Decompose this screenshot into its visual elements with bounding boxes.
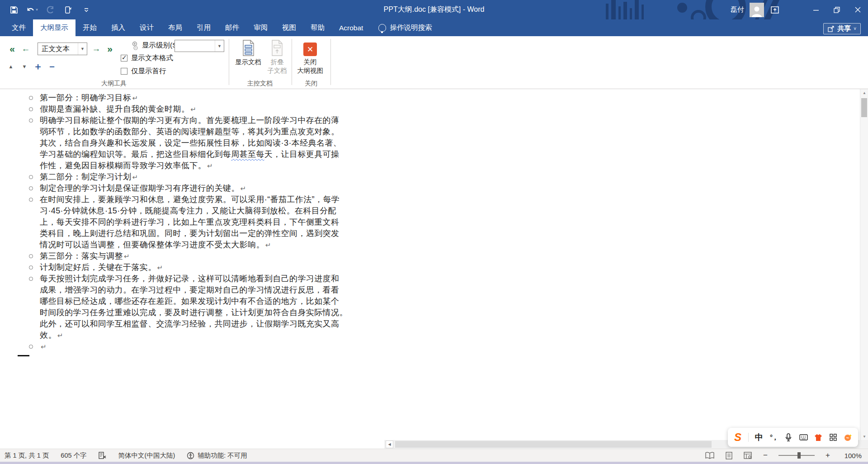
outline-bullet-icon[interactable]	[29, 118, 33, 123]
zoom-in-button[interactable]: +	[825, 451, 831, 460]
ime-emoji-icon[interactable]	[844, 432, 853, 443]
vertical-scrollbar-thumb[interactable]	[861, 98, 867, 117]
outline-text-line[interactable]: 明确学习目标能让整个假期的学习更有方向。首先要梳理上一阶段学习中存在的薄	[40, 115, 341, 126]
minimize-button[interactable]	[806, 0, 826, 19]
restore-button[interactable]	[826, 0, 847, 19]
tab-审阅[interactable]: 审阅	[246, 19, 275, 36]
outline-text-line[interactable]: 时间段的学习任务过重难以完成，要及时进行调整，让计划更加符合自身实际情况。	[40, 307, 348, 318]
outline-bullet-icon[interactable]	[29, 277, 33, 281]
checkbox-checked-icon[interactable]	[121, 55, 127, 62]
zoom-slider-thumb[interactable]	[797, 452, 801, 459]
outline-bullet-icon[interactable]	[29, 186, 33, 190]
sogou-logo-icon[interactable]: S	[733, 432, 742, 443]
zoom-slider[interactable]	[778, 455, 815, 456]
scroll-down-icon[interactable]: ▼	[860, 433, 868, 440]
ime-punctuation-icon[interactable]: °，	[769, 432, 778, 443]
outline-text-line[interactable]: 第一部分：明确学习目标↵	[40, 92, 138, 104]
page-indicator[interactable]: 第 1 页, 共 1 页	[5, 451, 49, 460]
outline-text-line[interactable]: 效。↵	[40, 330, 348, 341]
tab-开始[interactable]: 开始	[75, 19, 104, 36]
outline-bullet-icon[interactable]	[29, 254, 33, 258]
tab-插入[interactable]: 插入	[104, 19, 132, 36]
show-level-combobox[interactable]: ▼	[175, 40, 224, 52]
outline-text-line[interactable]: 第二部分：制定学习计划↵	[40, 171, 138, 183]
zoom-out-button[interactable]: −	[762, 451, 769, 460]
tab-Acrobat[interactable]: Acrobat	[332, 19, 370, 36]
outline-bullet-icon[interactable]	[29, 175, 33, 179]
demote-button[interactable]: →	[90, 43, 102, 55]
tab-视图[interactable]: 视图	[275, 19, 303, 36]
outline-bullet-icon[interactable]	[29, 345, 33, 349]
tab-邮件[interactable]: 邮件	[218, 19, 246, 36]
chevron-down-icon[interactable]: ▼	[215, 40, 224, 52]
ime-chinese-mode-icon[interactable]: 中	[755, 432, 764, 443]
scroll-up-icon[interactable]: ▲	[860, 89, 868, 96]
ime-skin-icon[interactable]	[814, 432, 823, 443]
read-mode-icon[interactable]	[705, 451, 714, 459]
web-layout-icon[interactable]	[743, 451, 752, 459]
outline-text-line[interactable]: 作性，避免因目标模糊而导致学习效率低下。↵	[40, 160, 341, 171]
outline-text-line[interactable]: 情况时可以适当调整，但要确保整体学习进度不受太大影响。↵	[40, 239, 340, 251]
outline-text-line[interactable]: 习·45·分钟就休息·15·分钟，既能提高专注力，又能让大脑得到放松。在科目分配	[40, 205, 340, 217]
outline-bullet-icon[interactable]	[29, 265, 33, 270]
close-outline-view-button[interactable]: ✕ 关闭 大纲视图	[294, 39, 326, 75]
outline-text-line[interactable]: 计划制定好后，关键在于落实。↵	[40, 262, 163, 273]
outline-bullet-icon[interactable]	[29, 96, 33, 100]
move-down-button[interactable]: ▼	[19, 62, 30, 71]
outline-level-value: 正文文本	[38, 44, 78, 54]
share-button[interactable]: 共享 ˅	[823, 23, 861, 34]
chevron-down-icon[interactable]: ▼	[78, 43, 87, 55]
ime-soft-keyboard-icon[interactable]	[799, 432, 808, 443]
print-layout-icon[interactable]	[724, 451, 733, 459]
tab-文件[interactable]: 文件	[5, 19, 33, 36]
tab-帮助[interactable]: 帮助	[303, 19, 332, 36]
language-indicator[interactable]: 简体中文(中国大陆)	[118, 451, 175, 460]
outline-text-line[interactable]: 在时间安排上，要兼顾学习和休息，避免过度劳累。可以采用·“番茄工作法”，每学	[40, 194, 340, 205]
word-count[interactable]: 605 个字	[61, 451, 86, 460]
outline-text-line[interactable]: 每天按照计划完成学习任务，并做好记录，这样可以清晰地看到自己的学习进度和	[40, 273, 348, 284]
outline-text-line[interactable]: 哪些目标已经达成，哪些还存在差距。如果发现计划中有不合适的地方，比如某个	[40, 296, 348, 307]
document-canvas[interactable]: 第一部分：明确学习目标↵假期是查漏补缺、提升自我的黄金时期。↵明确学习目标能让整…	[0, 89, 860, 440]
outline-text-line[interactable]: 此外，还可以和同学互相监督、交流学习经验，共同进步，让假期学习既充实又高	[40, 318, 348, 330]
accessibility-status[interactable]: 辅助功能: 不可用	[187, 451, 247, 460]
outline-text-line[interactable]: 假期是查漏补缺、提升自我的黄金时期。↵	[40, 104, 196, 115]
vertical-scrollbar[interactable]: ▲ ▼	[860, 89, 868, 440]
ime-toolbox-icon[interactable]	[829, 432, 838, 443]
ribbon-display-options-icon[interactable]	[766, 0, 784, 19]
tab-布局[interactable]: 布局	[161, 19, 189, 36]
tab-引用[interactable]: 引用	[189, 19, 218, 36]
tell-me-search[interactable]: 操作说明搜索	[378, 19, 432, 36]
show-text-formatting-option[interactable]: 显示文本格式	[121, 53, 173, 63]
outline-text-line[interactable]: 上，每天安排不同的学科进行学习，比如上午重点攻克理科类科目，下午侧重文科	[40, 217, 340, 228]
outline-text-line[interactable]: 类科目，晚上则进行总结和巩固。同时，要为计划留出一定的弹性空间，遇到突发	[40, 228, 340, 239]
collapse-button[interactable]: －	[47, 62, 57, 71]
close-button[interactable]	[847, 0, 868, 19]
tab-设计[interactable]: 设计	[132, 19, 161, 36]
demote-to-bodytext-button[interactable]: »	[103, 43, 117, 55]
outline-bullet-icon[interactable]	[29, 107, 33, 111]
outline-bullet-icon[interactable]	[29, 198, 33, 202]
show-first-line-only-option[interactable]: 仅显示首行	[121, 66, 166, 76]
outline-text-line[interactable]: 其次，结合自身兴趣和长远发展，设定一些拓展性目标，比如阅读·3·本经典名著、	[40, 137, 341, 149]
outline-level-combobox[interactable]: 正文文本 ▼	[38, 43, 87, 55]
expand-button[interactable]: ＋	[33, 62, 43, 71]
show-document-button[interactable]: 显示文档	[232, 39, 264, 66]
outline-text-line[interactable]: 制定合理的学习计划是保证假期学习有序进行的关键。↵	[40, 183, 246, 194]
outline-text-line[interactable]: ↵	[40, 341, 47, 352]
scroll-left-icon[interactable]: ◀	[386, 440, 393, 448]
tab-大纲显示[interactable]: 大纲显示	[33, 19, 75, 36]
outline-text-line[interactable]: 成果，增强学习的动力。在学习过程中，要定期对自己的学习情况进行反思，看看	[40, 284, 348, 296]
promote-to-heading1-button[interactable]: «	[5, 43, 19, 55]
outline-text-line[interactable]: 第三部分：落实与调整↵	[40, 251, 130, 262]
ime-microphone-icon[interactable]	[784, 432, 793, 443]
move-up-button[interactable]: ▲	[5, 62, 16, 71]
account-area[interactable]: 磊付	[731, 0, 764, 19]
promote-button[interactable]: ←	[20, 43, 32, 55]
proofing-status[interactable]	[99, 452, 107, 459]
outline-text-line[interactable]: 学习基础的编程知识等。最后，把这些目标细化到每周甚至每天，让目标更具可操	[40, 149, 341, 160]
horizontal-scrollbar-thumb[interactable]	[395, 441, 712, 448]
zoom-level[interactable]: 100%	[841, 452, 862, 459]
checkbox-unchecked-icon[interactable]	[121, 68, 127, 75]
outline-text-line[interactable]: 弱环节，比如数学的函数部分、英语的阅读理解题型等，将其列为重点攻克对象。	[40, 126, 341, 137]
avatar[interactable]	[750, 3, 764, 17]
